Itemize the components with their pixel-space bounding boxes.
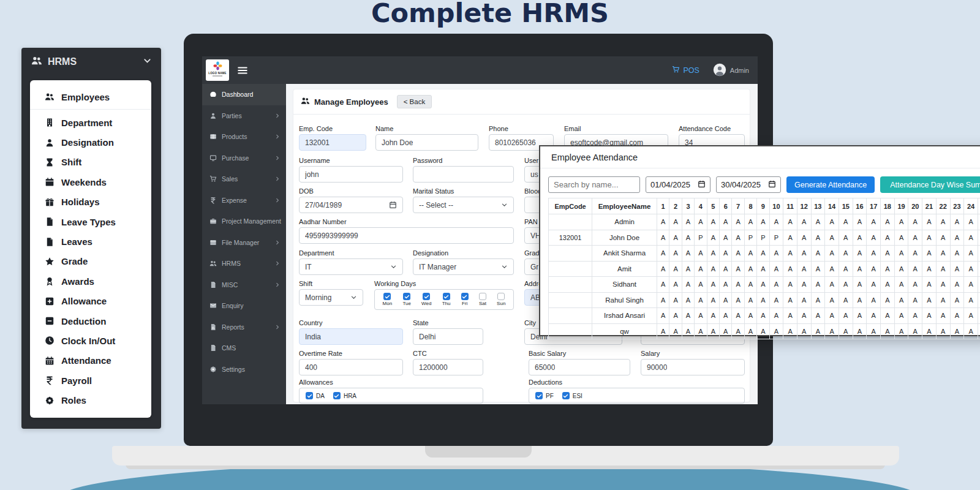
menu-item-department[interactable]: Department [30,113,151,132]
input-dob[interactable]: 27/04/1989 [299,197,403,213]
sidebar-item-sales[interactable]: Sales [202,168,286,190]
working-day-tue[interactable]: Tue [402,293,411,306]
attendance-mark-cell: A [825,261,839,277]
attendance-mark-cell: P [695,230,707,246]
attendance-mark-cell: A [839,308,853,324]
input-aadhar-number[interactable]: 4959993999999 [299,227,514,244]
attendance-mark-cell: A [757,214,769,230]
working-day-wed[interactable]: Wed [421,293,431,306]
attendance-mark-cell: A [922,214,937,230]
divider [540,168,980,168]
menu-item-grade[interactable]: Grade [30,252,151,271]
sidebar-item-misc[interactable]: MISC [202,274,286,296]
menu-item-clock-in-out[interactable]: Clock In/Out [30,331,151,350]
menu-item-designation[interactable]: Designation [30,132,151,152]
sidebar-item-settings[interactable]: Settings [202,359,286,380]
check-esi[interactable]: ESI [562,392,582,399]
attendance-mark-cell: A [964,308,978,324]
menu-item-leave-types[interactable]: Leave Types [30,212,151,232]
app-logo: LOGO NAME [206,59,229,81]
checkbox-unchecked[interactable] [479,293,486,300]
input-salary[interactable]: 90000 [641,359,745,375]
menu-item-leaves[interactable]: Leaves [30,232,151,251]
pos-button[interactable]: POS [672,66,699,75]
attendance-mark-cell: A [881,246,895,262]
sidebar-item-file-manager[interactable]: File Manager [202,232,286,254]
checkbox-checked[interactable] [383,293,391,300]
attendance-daywise-summary-button[interactable]: Attendance Day Wise Summary [880,176,980,193]
sidebar-item-purchase[interactable]: Purchase [202,148,286,169]
date-from-input[interactable]: 01/04/2025 [646,176,710,193]
menu-item-attendance[interactable]: Attendance [30,351,151,371]
checkbox-unchecked[interactable] [497,293,505,300]
sidebar-item-project-management[interactable]: Project Management [202,211,286,232]
floating-menu-header[interactable]: HRMS [21,48,161,76]
field-label: Country [299,319,403,327]
menu-item-allowance[interactable]: Allowance [30,292,151,311]
check-da[interactable]: DA [306,392,325,399]
working-day-mon[interactable]: Mon [383,293,393,306]
checkbox-checked[interactable] [535,392,543,399]
input-designation[interactable]: IT Manager [413,258,514,275]
attendance-mark-cell: P [744,230,756,246]
sidebar-item-cms[interactable]: CMS [202,337,286,359]
sidebar-item-hrms[interactable]: HRMS [202,253,286,274]
working-day-sun[interactable]: Sun [497,293,505,306]
input-marital-status[interactable]: -- Select -- [413,197,514,213]
check-hra[interactable]: HRA [333,392,356,399]
menu-item-deduction[interactable]: Deduction [30,311,151,331]
input-state[interactable]: Delhi [413,328,483,345]
column-header: 16 [853,198,867,214]
input-name[interactable]: John Doe [375,134,478,151]
attendance-mark-cell: A [695,277,707,293]
sidebar-item-expense[interactable]: Expense [202,190,286,211]
menu-item-shift[interactable]: Shift [30,153,151,172]
generate-attendance-button[interactable]: Generate Attendance [786,176,875,193]
input-overtime-rate[interactable]: 400 [299,359,403,375]
menu-item-roles[interactable]: Roles [30,390,151,410]
sidebar-item-parties[interactable]: Parties [202,105,286,127]
app-navbar: LOGO NAME POS Admin [202,56,758,84]
input-password[interactable] [413,166,514,183]
input-emp-code[interactable]: 132001 [299,134,366,151]
checkbox-checked[interactable] [403,293,410,300]
input-ctc[interactable]: 1200000 [413,359,483,375]
working-day-fri[interactable]: Fri [461,293,469,306]
sidebar-item-dashboard[interactable]: Dashboard [202,84,286,105]
input-basic-salary[interactable]: 65000 [529,359,630,375]
admin-menu[interactable]: Admin [713,63,749,78]
menu-item-employees[interactable]: Employees [30,85,151,110]
checkbox-checked[interactable] [562,392,570,399]
gift-icon [45,197,55,207]
users-icon [301,96,310,107]
check-pf[interactable]: PF [535,392,554,399]
menu-item-weekends[interactable]: Weekends [30,172,151,192]
input-department[interactable]: IT [299,258,403,275]
menu-item-holidays[interactable]: Holidays [30,192,151,212]
hamburger-menu-icon[interactable] [237,65,248,76]
sidebar-item-products[interactable]: Products [202,126,286,148]
calendar-grid-icon [45,356,55,366]
sidebar-item-reports[interactable]: Reports [202,317,286,338]
sidebar-item-enquiry[interactable]: Enquiry [202,295,286,317]
checkbox-checked[interactable] [306,392,313,399]
menu-item-awards[interactable]: Awards [30,271,151,291]
working-day-sat[interactable]: Sat [479,293,486,306]
back-button[interactable]: < Back [397,95,432,108]
attendance-mark-cell: A [825,308,839,324]
checkbox-checked[interactable] [443,293,450,300]
column-header: EmpCode [549,198,592,214]
input-shift[interactable]: Morning [299,289,363,306]
input-country[interactable]: India [299,328,403,345]
field-ctc: CTC1200000 [413,350,483,375]
working-day-thu[interactable]: Thu [442,293,451,306]
checkbox-checked[interactable] [333,392,341,399]
checkbox-checked[interactable] [461,293,469,300]
checkbox-checked[interactable] [423,293,430,300]
field-value: IT Manager [419,263,456,271]
check-icon [385,294,390,300]
date-to-input[interactable]: 30/04/2025 [716,176,781,193]
input-username[interactable]: john [299,166,403,183]
menu-item-payroll[interactable]: Payroll [30,371,151,390]
search-input[interactable] [548,176,640,193]
